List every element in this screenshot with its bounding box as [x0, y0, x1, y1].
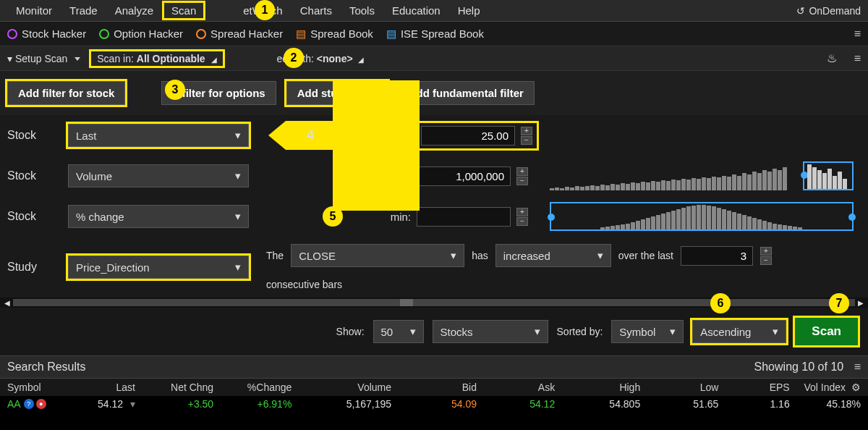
- target-icon: [7, 29, 17, 39]
- min-input[interactable]: [417, 207, 511, 227]
- top-tab-education[interactable]: Education: [383, 1, 449, 20]
- top-tab-charts[interactable]: Charts: [292, 1, 341, 20]
- col-netchng[interactable]: Net Chng: [135, 381, 213, 393]
- gear-icon[interactable]: ⚙: [851, 381, 861, 393]
- min-label: min:: [375, 211, 411, 223]
- top-tab-trade[interactable]: Trade: [61, 1, 106, 20]
- filter-row-volume: Stock Volume▾ min: + −: [0, 156, 868, 196]
- study-sentence: The CLOSE▾ has increased▾ over the last …: [266, 244, 861, 290]
- subtab-option-hacker[interactable]: Option Hacker: [99, 28, 183, 40]
- target-icon: [196, 29, 206, 39]
- col-pctchange[interactable]: %Change: [213, 381, 292, 393]
- table-row[interactable]: AA ? ● 54.12 ▾ +3.50 +6.91% 5,167,195 54…: [0, 396, 868, 412]
- filter-field-dropdown[interactable]: Volume▾: [68, 164, 249, 187]
- min-input[interactable]: [417, 166, 511, 186]
- top-tab-help[interactable]: Help: [449, 1, 489, 20]
- menu-icon[interactable]: ≡: [854, 52, 861, 65]
- filter-type-label: Stock: [7, 210, 58, 223]
- subtab-spread-book[interactable]: ▤ Spread Book: [296, 28, 373, 41]
- clock-icon: ↺: [796, 5, 805, 17]
- setup-scan-dropdown[interactable]: ▾Setup Scan: [7, 53, 80, 64]
- ondemand-button[interactable]: ↺ OnDemand: [796, 5, 861, 17]
- filter-field-dropdown[interactable]: % change▾: [68, 205, 249, 228]
- filter-field-dropdown[interactable]: Last▾: [68, 124, 249, 147]
- horizontal-scrollbar[interactable]: ◀ ▶: [0, 298, 868, 308]
- col-high[interactable]: High: [555, 381, 640, 393]
- add-filter-stock-button[interactable]: Add filter for stock: [7, 81, 125, 105]
- col-bid[interactable]: Bid: [391, 381, 477, 393]
- scan-button[interactable]: Scan: [795, 318, 858, 345]
- cell-netchng: +3.50: [135, 398, 213, 410]
- scroll-left-icon[interactable]: ◀: [4, 299, 10, 307]
- alert-icon[interactable]: ●: [36, 399, 46, 409]
- top-tab-tools[interactable]: Tools: [341, 1, 383, 20]
- step-down-button[interactable]: −: [516, 177, 528, 185]
- cell-volindex: 45.18%: [790, 398, 861, 410]
- add-fundamental-filter-button[interactable]: Add fundamental filter: [398, 81, 535, 105]
- cell-ask: 54.12: [477, 398, 555, 410]
- scan-in-dropdown[interactable]: Scan in: All Optionable ◢: [89, 49, 224, 68]
- study-row: Study Price_Direction▾ The CLOSE▾ has in…: [0, 237, 868, 298]
- book-icon: ▤: [386, 28, 396, 41]
- step-down-button[interactable]: −: [521, 136, 532, 145]
- sort-field-dropdown[interactable]: Symbol▾: [611, 320, 684, 343]
- study-bars-input[interactable]: [681, 246, 753, 266]
- add-study-filter-button[interactable]: Add study filter: [286, 81, 388, 105]
- stepper: + −: [516, 208, 528, 226]
- histogram-pctchange[interactable]: [550, 202, 854, 231]
- top-menu-bar: Monitor Trade Analyze Scan 1 etWatch Cha…: [0, 0, 868, 22]
- min-label: min:: [375, 170, 411, 182]
- show-label: Show:: [336, 326, 365, 337]
- col-symbol[interactable]: Symbol: [7, 381, 57, 393]
- step-up-button[interactable]: +: [516, 208, 528, 216]
- top-tab-analyze[interactable]: Analyze: [106, 1, 162, 20]
- info-icon[interactable]: ?: [24, 399, 34, 409]
- col-ask[interactable]: Ask: [477, 381, 555, 393]
- subtab-spread-hacker[interactable]: Spread Hacker: [196, 28, 283, 40]
- step-down-button[interactable]: −: [516, 217, 528, 226]
- col-low[interactable]: Low: [640, 381, 718, 393]
- step-down-button[interactable]: −: [760, 256, 772, 265]
- study-direction-dropdown[interactable]: increased▾: [495, 244, 611, 267]
- min-input[interactable]: [421, 126, 515, 146]
- callout-badge-7: 7: [829, 293, 849, 313]
- subtab-ise-spread-book[interactable]: ▤ ISE Spread Book: [386, 28, 484, 41]
- setup-scan-bar: ▾Setup Scan Scan in: All Optionable ◢ 2 …: [0, 46, 868, 71]
- cell-low: 51.65: [640, 398, 718, 410]
- sorted-by-label: Sorted by:: [557, 326, 603, 337]
- subtab-stock-hacker[interactable]: Stock Hacker: [7, 28, 86, 40]
- col-volume[interactable]: Volume: [292, 381, 391, 393]
- study-close-dropdown[interactable]: CLOSE▾: [291, 244, 464, 267]
- col-eps[interactable]: EPS: [718, 381, 789, 393]
- stepper: + −: [516, 167, 528, 185]
- step-up-button[interactable]: +: [521, 127, 532, 135]
- col-volindex[interactable]: Vol Index ⚙: [790, 381, 861, 393]
- filter-type-label: Study: [7, 261, 58, 274]
- sort-order-dropdown[interactable]: Ascending▾: [692, 320, 786, 343]
- range-handle-right[interactable]: [848, 214, 856, 221]
- target-icon: [99, 29, 109, 39]
- results-header: Search Results Showing 10 of 10 ≡: [0, 355, 868, 379]
- chevron-down-icon[interactable]: ▾: [130, 398, 135, 410]
- cell-pctchange: +6.91%: [213, 398, 292, 410]
- filter-button-bar: Add filter for stock 3 d filter for opti…: [0, 71, 868, 115]
- col-last[interactable]: Last: [57, 381, 135, 393]
- study-field-dropdown[interactable]: Price_Direction▾: [68, 256, 249, 279]
- filter-row-pctchange: Stock % change▾ 5 min: + −: [0, 196, 868, 237]
- menu-icon[interactable]: ≡: [854, 28, 861, 41]
- histogram-selection[interactable]: [803, 161, 854, 190]
- cell-bid: 54.09: [391, 398, 477, 410]
- step-up-button[interactable]: +: [760, 247, 772, 256]
- show-count-dropdown[interactable]: 50▾: [373, 320, 424, 343]
- step-up-button[interactable]: +: [516, 167, 528, 176]
- menu-icon[interactable]: ≡: [854, 361, 861, 373]
- top-tab-monitor[interactable]: Monitor: [7, 1, 61, 20]
- show-kind-dropdown[interactable]: Stocks▾: [433, 320, 548, 343]
- callout-badge-3: 3: [165, 80, 185, 100]
- cell-symbol: AA ? ●: [7, 398, 57, 410]
- scroll-right-icon[interactable]: ▶: [858, 299, 864, 307]
- sizzle-icon[interactable]: ♨: [827, 51, 837, 65]
- results-title: Search Results: [7, 361, 86, 374]
- top-tab-scan[interactable]: Scan: [162, 1, 205, 20]
- callout-badge-6: 6: [710, 293, 731, 313]
